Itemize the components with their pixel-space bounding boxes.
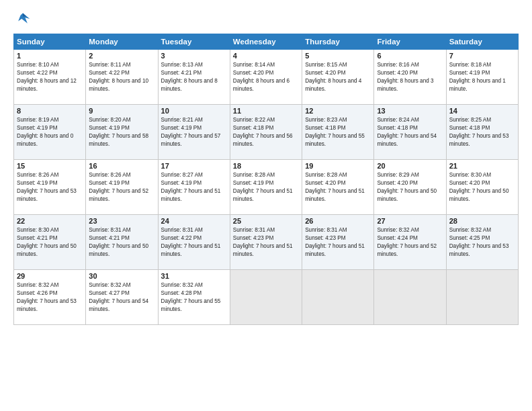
- cell-info: Sunrise: 8:29 AMSunset: 4:20 PMDaylight:…: [377, 172, 437, 202]
- header-thursday: Thursday: [302, 34, 374, 50]
- cell-info: Sunrise: 8:27 AMSunset: 4:19 PMDaylight:…: [161, 172, 221, 202]
- cell-info: Sunrise: 8:31 AMSunset: 4:21 PMDaylight:…: [89, 227, 148, 257]
- calendar-cell: 3 Sunrise: 8:13 AMSunset: 4:21 PMDayligh…: [158, 50, 230, 105]
- cell-info: Sunrise: 8:18 AMSunset: 4:19 PMDaylight:…: [449, 62, 506, 92]
- header-saturday: Saturday: [446, 34, 518, 50]
- cell-info: Sunrise: 8:30 AMSunset: 4:21 PMDaylight:…: [17, 227, 77, 257]
- cell-info: Sunrise: 8:28 AMSunset: 4:20 PMDaylight:…: [305, 172, 365, 202]
- cell-info: Sunrise: 8:32 AMSunset: 4:25 PMDaylight:…: [449, 227, 509, 257]
- calendar-cell: 6 Sunrise: 8:16 AMSunset: 4:20 PMDayligh…: [374, 50, 446, 105]
- day-number: 23: [89, 217, 154, 225]
- cell-info: Sunrise: 8:22 AMSunset: 4:18 PMDaylight:…: [233, 117, 293, 147]
- cell-info: Sunrise: 8:31 AMSunset: 4:22 PMDaylight:…: [161, 227, 221, 257]
- calendar-cell: 12 Sunrise: 8:23 AMSunset: 4:18 PMDaylig…: [302, 105, 374, 160]
- cell-info: Sunrise: 8:32 AMSunset: 4:24 PMDaylight:…: [377, 227, 437, 257]
- cell-info: Sunrise: 8:15 AMSunset: 4:20 PMDaylight:…: [305, 62, 361, 92]
- cell-info: Sunrise: 8:10 AMSunset: 4:22 PMDaylight:…: [17, 62, 77, 92]
- calendar-week-5: 29 Sunrise: 8:32 AMSunset: 4:26 PMDaylig…: [14, 270, 519, 325]
- calendar-cell: 22 Sunrise: 8:30 AMSunset: 4:21 PMDaylig…: [14, 215, 86, 270]
- header-sunday: Sunday: [14, 34, 86, 50]
- calendar-container: SundayMondayTuesdayWednesdayThursdayFrid…: [0, 0, 532, 411]
- day-number: 1: [17, 52, 83, 60]
- cell-info: Sunrise: 8:30 AMSunset: 4:20 PMDaylight:…: [449, 172, 509, 202]
- cell-info: Sunrise: 8:31 AMSunset: 4:23 PMDaylight:…: [305, 227, 365, 257]
- calendar-cell: 11 Sunrise: 8:22 AMSunset: 4:18 PMDaylig…: [230, 105, 302, 160]
- cell-info: Sunrise: 8:14 AMSunset: 4:20 PMDaylight:…: [233, 62, 290, 92]
- day-number: 29: [17, 272, 83, 280]
- calendar-week-2: 8 Sunrise: 8:19 AMSunset: 4:19 PMDayligh…: [14, 105, 519, 160]
- day-number: 8: [17, 107, 83, 115]
- calendar-cell: 19 Sunrise: 8:28 AMSunset: 4:20 PMDaylig…: [302, 160, 374, 215]
- header: [13, 11, 519, 27]
- day-number: 19: [305, 162, 371, 170]
- calendar-week-4: 22 Sunrise: 8:30 AMSunset: 4:21 PMDaylig…: [14, 215, 519, 270]
- header-tuesday: Tuesday: [158, 34, 230, 50]
- day-number: 20: [377, 162, 443, 170]
- cell-info: Sunrise: 8:25 AMSunset: 4:18 PMDaylight:…: [449, 117, 509, 147]
- calendar-week-1: 1 Sunrise: 8:10 AMSunset: 4:22 PMDayligh…: [14, 50, 519, 105]
- day-number: 14: [449, 107, 515, 115]
- calendar-cell: 1 Sunrise: 8:10 AMSunset: 4:22 PMDayligh…: [14, 50, 86, 105]
- day-number: 17: [161, 162, 227, 170]
- calendar-cell: 25 Sunrise: 8:31 AMSunset: 4:23 PMDaylig…: [230, 215, 302, 270]
- header-friday: Friday: [374, 34, 446, 50]
- cell-info: Sunrise: 8:19 AMSunset: 4:19 PMDaylight:…: [17, 117, 73, 147]
- calendar-cell: 14 Sunrise: 8:25 AMSunset: 4:18 PMDaylig…: [446, 105, 518, 160]
- calendar-cell: [302, 270, 374, 325]
- day-number: 7: [449, 52, 515, 60]
- calendar-cell: 8 Sunrise: 8:19 AMSunset: 4:19 PMDayligh…: [14, 105, 86, 160]
- calendar-cell: 30 Sunrise: 8:32 AMSunset: 4:27 PMDaylig…: [86, 270, 158, 325]
- calendar-cell: 28 Sunrise: 8:32 AMSunset: 4:25 PMDaylig…: [446, 215, 518, 270]
- cell-info: Sunrise: 8:16 AMSunset: 4:20 PMDaylight:…: [377, 62, 433, 92]
- calendar-cell: 21 Sunrise: 8:30 AMSunset: 4:20 PMDaylig…: [446, 160, 518, 215]
- cell-info: Sunrise: 8:23 AMSunset: 4:18 PMDaylight:…: [305, 117, 365, 147]
- day-number: 6: [377, 52, 443, 60]
- calendar-cell: 16 Sunrise: 8:26 AMSunset: 4:19 PMDaylig…: [86, 160, 158, 215]
- day-number: 26: [305, 217, 371, 225]
- day-number: 9: [89, 107, 154, 115]
- day-number: 15: [17, 162, 83, 170]
- day-number: 3: [161, 52, 227, 60]
- calendar-cell: 9 Sunrise: 8:20 AMSunset: 4:19 PMDayligh…: [86, 105, 158, 160]
- day-number: 21: [449, 162, 515, 170]
- cell-info: Sunrise: 8:26 AMSunset: 4:19 PMDaylight:…: [89, 172, 148, 202]
- calendar-week-3: 15 Sunrise: 8:26 AMSunset: 4:19 PMDaylig…: [14, 160, 519, 215]
- cell-info: Sunrise: 8:20 AMSunset: 4:19 PMDaylight:…: [89, 117, 148, 147]
- day-number: 11: [233, 107, 299, 115]
- calendar-cell: [374, 270, 446, 325]
- day-number: 22: [17, 217, 83, 225]
- cell-info: Sunrise: 8:13 AMSunset: 4:21 PMDaylight:…: [161, 62, 218, 92]
- calendar-cell: 2 Sunrise: 8:11 AMSunset: 4:22 PMDayligh…: [86, 50, 158, 105]
- day-number: 30: [89, 272, 154, 280]
- calendar-cell: 13 Sunrise: 8:24 AMSunset: 4:18 PMDaylig…: [374, 105, 446, 160]
- calendar-cell: 24 Sunrise: 8:31 AMSunset: 4:22 PMDaylig…: [158, 215, 230, 270]
- calendar-cell: 20 Sunrise: 8:29 AMSunset: 4:20 PMDaylig…: [374, 160, 446, 215]
- cell-info: Sunrise: 8:11 AMSunset: 4:22 PMDaylight:…: [89, 62, 148, 92]
- day-number: 27: [377, 217, 443, 225]
- day-number: 31: [161, 272, 227, 280]
- day-number: 24: [161, 217, 227, 225]
- day-number: 5: [305, 52, 371, 60]
- calendar-cell: 18 Sunrise: 8:28 AMSunset: 4:19 PMDaylig…: [230, 160, 302, 215]
- calendar-cell: 5 Sunrise: 8:15 AMSunset: 4:20 PMDayligh…: [302, 50, 374, 105]
- calendar-cell: 17 Sunrise: 8:27 AMSunset: 4:19 PMDaylig…: [158, 160, 230, 215]
- day-number: 12: [305, 107, 371, 115]
- day-number: 10: [161, 107, 227, 115]
- cell-info: Sunrise: 8:32 AMSunset: 4:28 PMDaylight:…: [161, 282, 221, 312]
- cell-info: Sunrise: 8:21 AMSunset: 4:19 PMDaylight:…: [161, 117, 221, 147]
- cell-info: Sunrise: 8:32 AMSunset: 4:27 PMDaylight:…: [89, 282, 148, 312]
- logo: [13, 11, 35, 27]
- day-number: 16: [89, 162, 154, 170]
- day-number: 4: [233, 52, 299, 60]
- cell-info: Sunrise: 8:26 AMSunset: 4:19 PMDaylight:…: [17, 172, 77, 202]
- day-number: 28: [449, 217, 515, 225]
- header-wednesday: Wednesday: [230, 34, 302, 50]
- calendar-cell: [230, 270, 302, 325]
- day-number: 18: [233, 162, 299, 170]
- cell-info: Sunrise: 8:24 AMSunset: 4:18 PMDaylight:…: [377, 117, 437, 147]
- calendar-table: SundayMondayTuesdayWednesdayThursdayFrid…: [13, 34, 519, 325]
- day-number: 13: [377, 107, 443, 115]
- calendar-cell: 15 Sunrise: 8:26 AMSunset: 4:19 PMDaylig…: [14, 160, 86, 215]
- calendar-cell: 31 Sunrise: 8:32 AMSunset: 4:28 PMDaylig…: [158, 270, 230, 325]
- logo-icon: [13, 11, 32, 27]
